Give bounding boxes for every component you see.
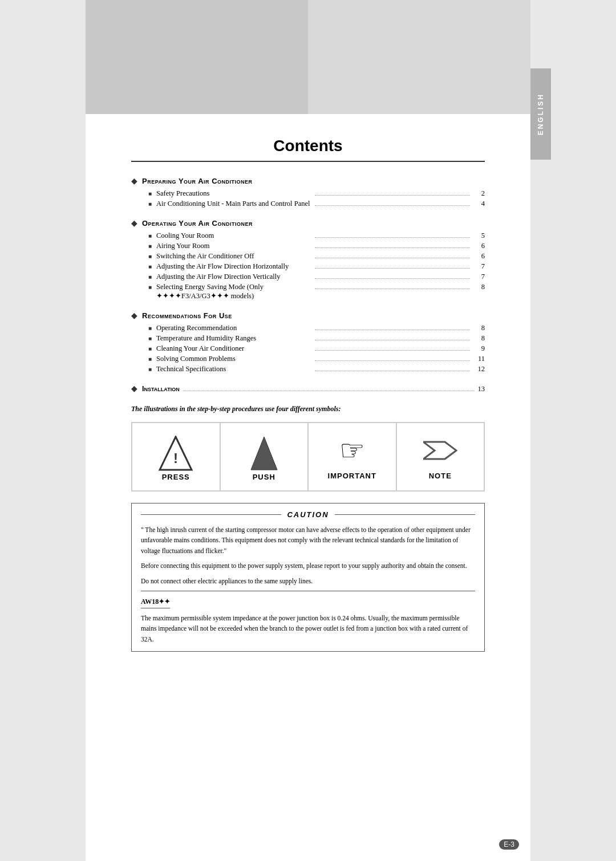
toc-item: ■ Selecting Energy Saving Mode (Only ✦✦✦… [148,283,485,300]
bullet-icon: ■ [148,263,152,270]
diamond-icon-recommendations: ◆ [131,311,137,320]
toc-item: ■ Adjusting the Air Flow Direction Verti… [148,273,485,281]
title-divider [131,161,485,162]
installation-text: Installation [142,385,180,393]
toc-page: 9 [473,344,485,353]
toc-item: ■ Temperature and Humidity Ranges 8 [148,334,485,343]
press-icon: ! [159,436,193,473]
toc-dots [315,195,470,196]
toc-page: 4 [473,200,485,208]
toc-page: 2 [473,189,485,198]
toc-page: 7 [473,262,485,271]
bullet-icon: ■ [148,274,152,280]
installation-page: 13 [478,385,485,393]
toc-section-preparing: ◆ Preparing Your Air Conditioner ■ Safet… [131,176,485,208]
diamond-icon-operating: ◆ [131,218,137,228]
bullet-icon: ■ [148,253,152,259]
page-number: E-3 [499,839,519,850]
toc-page: 5 [473,232,485,240]
toc-page: 6 [473,242,485,250]
toc-items-operating: ■ Cooling Your Room 5 ■ Airing Your Room… [148,232,485,300]
symbol-press: ! PRESS [132,423,220,491]
toc-section-recommendations: ◆ Recommendations For Use ■ Operating Re… [131,311,485,373]
toc-item: ■ Switching the Air Conditioner Off 6 [148,252,485,261]
toc-page: 8 [473,324,485,332]
toc-item-text: Safety Precautions [156,189,311,198]
bullet-icon: ■ [148,190,152,197]
toc-dots [315,360,470,361]
toc-page: 8 [473,283,485,291]
svg-marker-2 [251,437,277,470]
toc-item-text: Air Conditioning Unit - Main Parts and C… [156,200,311,208]
section-header-preparing: ◆ Preparing Your Air Conditioner [131,176,485,186]
diamond-icon-preparing: ◆ [131,176,137,186]
toc-dots [315,289,470,289]
toc-item: ■ Safety Precautions 2 [148,189,485,198]
caution-box: CAUTION " The high inrush current of the… [131,503,485,652]
bullet-icon: ■ [148,233,152,239]
svg-text:!: ! [173,450,178,466]
toc-item: ■ Solving Common Problems 11 [148,355,485,363]
toc-dots [315,340,470,340]
toc-item: ■ Technical Specifications 12 [148,365,485,373]
bullet-icon: ■ [148,201,152,207]
caution-paragraph-3: Do not connect other electric appliances… [141,576,475,586]
toc-item-text: Adjusting the Air Flow Direction Horizon… [156,262,311,271]
caution-title: CAUTION [287,510,329,519]
section-title-operating: Operating Your Air Conditioner [142,219,253,228]
toc-page: 11 [473,355,485,363]
aw-text: The maximum permissible system impedance… [141,613,475,644]
svg-marker-3 [423,442,456,459]
side-tab: ENGLISH [530,68,551,160]
toc-item: ■ Airing Your Room 6 [148,242,485,250]
toc-items-preparing: ■ Safety Precautions 2 ■ Air Conditionin… [148,189,485,208]
bullet-icon: ■ [148,243,152,249]
page-container: ENGLISH Contents ◆ Preparing Your Air Co… [86,0,530,861]
toc-item: ■ Air Conditioning Unit - Main Parts and… [148,200,485,208]
toc-item-text: Technical Specifications [156,365,311,373]
toc-item: ■ Operating Recommendation 8 [148,324,485,332]
push-icon [250,436,278,473]
aw-section: AW18✦✦ The maximum permissible system im… [141,591,475,644]
note-label: NOTE [429,472,452,480]
symbol-note: NOTE [396,423,485,491]
bullet-icon: ■ [148,356,152,362]
toc-dots [315,258,470,258]
symbols-grid: ! PRESS PUSH ☞ IMPORTANT NOTE [131,422,485,492]
installation-line: ◆ Installation 13 [131,384,485,393]
caution-line-right [335,514,475,515]
push-label: PUSH [253,473,275,481]
caution-paragraph-1: " The high inrush current of the startin… [141,525,475,556]
symbol-push: PUSH [220,423,309,491]
toc-dots [315,371,470,371]
toc-dots [315,237,470,238]
toc-item-text: Cooling Your Room [156,232,311,240]
toc-item-text: Solving Common Problems [156,355,311,363]
page-title: Contents [131,137,485,155]
top-panel-left [86,0,308,114]
toc-page: 8 [473,334,485,343]
aw-label: AW18✦✦ [141,598,170,608]
toc-item: ■ Adjusting the Air Flow Direction Horiz… [148,262,485,271]
toc-dots [315,205,470,206]
section-header-recommendations: ◆ Recommendations For Use [131,311,485,320]
toc-item-text: Selecting Energy Saving Mode (Only ✦✦✦✦F… [156,283,311,300]
toc-page: 7 [473,273,485,281]
note-icon [423,436,457,465]
symbols-intro: The illustrations in the step-by-step pr… [131,405,485,413]
side-tab-label: ENGLISH [537,93,545,135]
important-icon: ☞ [339,436,365,465]
installation-dots [183,391,475,391]
bullet-icon: ■ [148,325,152,331]
caution-paragraph-2: Before connecting this equipment to the … [141,561,475,571]
toc-item-text: Adjusting the Air Flow Direction Vertica… [156,273,311,281]
caution-line-left [141,514,281,515]
toc-page: 12 [473,365,485,373]
toc-item-text: Airing Your Room [156,242,311,250]
toc-dots [315,330,470,330]
diamond-icon-installation: ◆ [131,384,137,393]
toc-item-text: Switching the Air Conditioner Off [156,252,311,261]
section-title-recommendations: Recommendations For Use [142,311,232,320]
press-label: PRESS [162,473,190,481]
bullet-icon: ■ [148,366,152,372]
